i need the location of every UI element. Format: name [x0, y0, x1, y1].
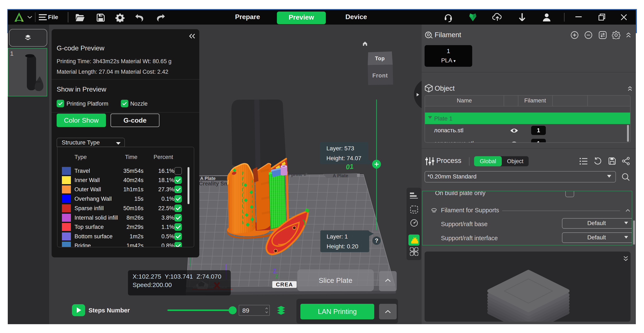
svg-text:CREA: CREA — [276, 281, 293, 288]
svg-text:Front: Front — [372, 73, 388, 79]
svg-text:Creality Smo: Creality Smo — [199, 180, 232, 187]
svg-text:A Plate: A Plate — [333, 173, 348, 178]
svg-text:Top: Top — [375, 56, 385, 61]
